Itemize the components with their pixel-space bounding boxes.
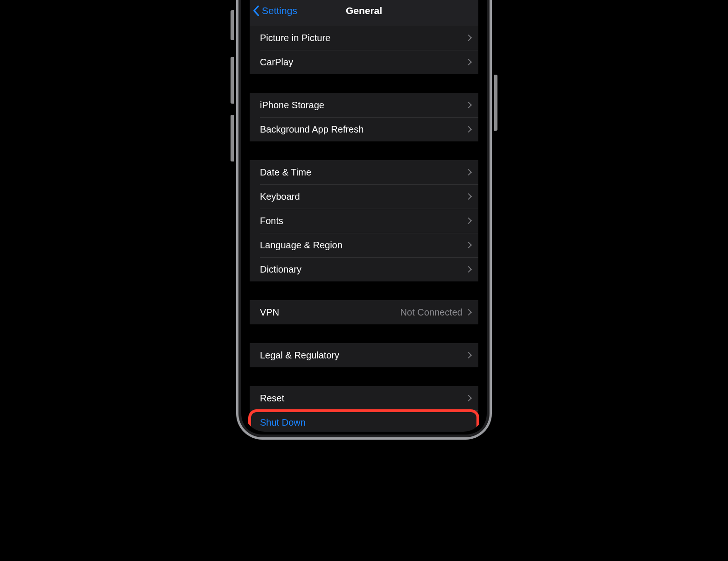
row-label: Fonts [260,216,466,226]
row-label: iPhone Storage [260,100,466,111]
settings-group: Picture in PictureCarPlay [250,26,478,74]
chevron-right-icon [465,102,472,108]
row-keyboard[interactable]: Keyboard [250,184,478,209]
chevron-right-icon [465,193,472,200]
row-shut-down[interactable]: Shut Down [250,410,478,432]
back-button[interactable]: Settings [252,0,297,26]
chevron-right-icon [465,242,472,248]
chevron-right-icon [465,309,472,316]
chevron-right-icon [465,395,472,401]
chevron-right-icon [465,169,472,175]
ringer-switch [231,10,234,40]
settings-group: Legal & Regulatory [250,343,478,367]
settings-group: iPhone StorageBackground App Refresh [250,93,478,141]
chevron-right-icon [465,35,472,41]
settings-group: VPNNot Connected [250,300,478,324]
chevron-right-icon [465,266,472,273]
groups-host: Picture in PictureCarPlayiPhone StorageB… [250,26,478,432]
row-date-time[interactable]: Date & Time [250,160,478,184]
chevron-right-icon [465,59,472,65]
row-label: Shut Down [260,417,472,428]
phone-screen: Settings General Picture in PictureCarPl… [244,0,484,432]
navbar-title: General [346,5,382,16]
row-label: Picture in Picture [260,33,466,43]
back-label: Settings [262,5,297,16]
navbar: Settings General [250,0,478,26]
row-reset[interactable]: Reset [250,386,478,410]
settings-general-screen: Settings General Picture in PictureCarPl… [250,0,478,432]
chevron-left-icon [252,5,260,16]
row-detail: Not Connected [400,307,462,318]
row-label: Dictionary [260,264,466,275]
row-label: Reset [260,393,466,404]
row-picture-in-picture[interactable]: Picture in Picture [250,26,478,50]
row-dictionary[interactable]: Dictionary [250,257,478,281]
row-fonts[interactable]: Fonts [250,209,478,233]
phone-device: Settings General Picture in PictureCarPl… [236,0,492,440]
chevron-right-icon [465,126,472,133]
row-iphone-storage[interactable]: iPhone Storage [250,93,478,117]
settings-group: Date & TimeKeyboardFontsLanguage & Regio… [250,160,478,281]
side-power-button [494,75,497,131]
row-label: Background App Refresh [260,124,466,135]
phone-frame: Settings General Picture in PictureCarPl… [236,0,492,440]
row-legal-regulatory[interactable]: Legal & Regulatory [250,343,478,367]
row-label: Language & Region [260,240,466,251]
row-label: VPN [260,307,400,318]
row-background-app-refresh[interactable]: Background App Refresh [250,117,478,141]
row-carplay[interactable]: CarPlay [250,50,478,74]
row-vpn[interactable]: VPNNot Connected [250,300,478,324]
volume-up-button [231,57,234,104]
volume-down-button [231,115,234,161]
row-language-region[interactable]: Language & Region [250,233,478,257]
settings-group: ResetShut Down [250,386,478,432]
row-label: Keyboard [260,191,466,202]
row-label: Legal & Regulatory [260,350,466,361]
chevron-right-icon [465,352,472,358]
row-label: Date & Time [260,167,466,178]
chevron-right-icon [465,217,472,224]
row-label: CarPlay [260,57,466,68]
